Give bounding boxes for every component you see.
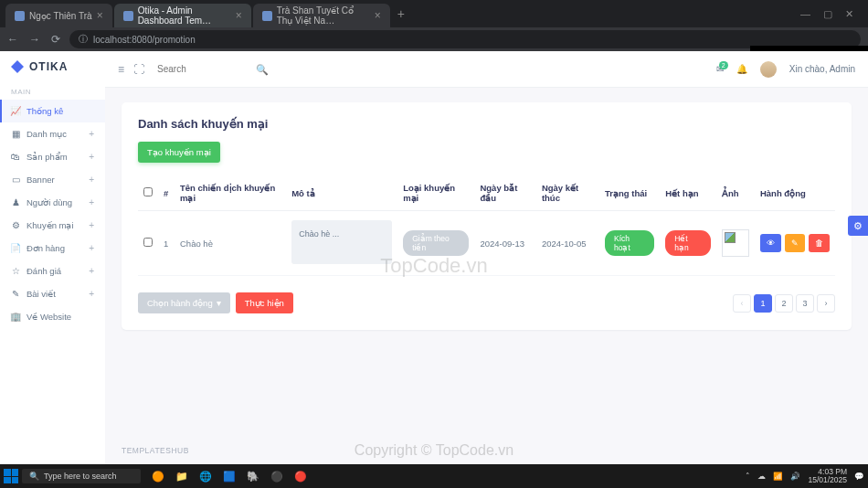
col-status: Trạng thái <box>599 175 660 211</box>
view-button[interactable]: 👁 <box>760 234 781 252</box>
description-input[interactable]: Chào hè ... <box>291 220 392 264</box>
back-icon[interactable]: ← <box>7 33 18 46</box>
create-promotion-button[interactable]: Tạo khuyến mại <box>138 142 220 163</box>
menu-label: Danh mục <box>26 129 67 139</box>
taskbar-app[interactable]: 🐘 <box>243 467 263 485</box>
taskbar-app[interactable]: 🔴 <box>291 467 311 485</box>
col-end: Ngày kết thúc <box>536 175 599 211</box>
browser-tab-active[interactable]: Otika - Admin Dashboard Tem… × <box>114 4 251 27</box>
tab-title: Ngọc Thiên Trà <box>29 11 92 21</box>
menu-label: Khuyến mại <box>26 220 74 230</box>
start-button[interactable] <box>4 469 18 483</box>
menu-label: Đánh giá <box>26 266 61 276</box>
menu-label: Về Website <box>26 312 71 322</box>
chevron-down-icon: ▾ <box>217 298 221 308</box>
bell-icon[interactable]: 🔔 <box>736 64 747 74</box>
avatar[interactable] <box>760 61 777 78</box>
sidebar-item[interactable]: ☆Đánh giá+ <box>0 260 105 282</box>
tray-chevron-icon[interactable]: ˄ <box>746 472 750 481</box>
minimize-icon[interactable]: ― <box>800 8 810 20</box>
tab-bar: Ngọc Thiên Trà × Otika - Admin Dashboard… <box>0 0 868 27</box>
page-1[interactable]: 1 <box>754 294 772 313</box>
cloud-icon[interactable]: ☁ <box>757 472 766 481</box>
mail-button[interactable]: ✉ 2 <box>716 64 724 74</box>
promotion-table: # Tên chiến dịch khuyến mại Mô tả Loại k… <box>138 175 835 276</box>
menu-label: Banner <box>26 175 55 185</box>
page-title: Danh sách khuyến mại <box>138 117 835 131</box>
tab-title: Otika - Admin Dashboard Tem… <box>138 5 231 26</box>
sound-icon[interactable]: 🔊 <box>790 472 800 481</box>
type-badge: Giảm theo tiền <box>403 230 469 256</box>
menu-label: Sản phẩm <box>26 152 68 162</box>
trash-icon: 🗑 <box>815 239 823 248</box>
execute-button[interactable]: Thực hiện <box>236 292 293 313</box>
cell-end: 2024-10-05 <box>536 211 599 276</box>
browser-tab[interactable]: Ngọc Thiên Trà × <box>5 4 112 27</box>
menu-icon: 🏢 <box>11 313 20 322</box>
menu-icon: ⚙ <box>11 221 20 230</box>
url-input[interactable]: ⓘ localhost:8080/promotion <box>69 30 861 48</box>
taskbar-search[interactable]: 🔍 Type here to search <box>22 469 141 483</box>
notifications-icon[interactable]: 💬 <box>854 472 864 481</box>
taskbar-app[interactable]: 📁 <box>172 467 192 485</box>
page-2[interactable]: 2 <box>775 294 793 313</box>
bulk-action-select[interactable]: Chọn hành động ▾ <box>138 292 230 313</box>
topbar: ≡ ⛶ 🔍 ✉ 2 🔔 Xin chào, Admin <box>105 51 868 88</box>
taskbar-app[interactable]: 🟦 <box>219 467 239 485</box>
sidebar-item[interactable]: ▭Banner+ <box>0 168 105 191</box>
card: Danh sách khuyến mại Tạo khuyến mại # Tê… <box>122 102 852 330</box>
sidebar-item[interactable]: 📈Thống kê <box>0 100 105 122</box>
search-wrap: 🔍 <box>153 58 272 80</box>
search-icon: 🔍 <box>29 472 39 481</box>
taskbar-apps: 🟠 📁 🌐 🟦 🐘 ⚫ 🔴 <box>148 467 311 485</box>
sidebar-item[interactable]: 🏢Về Website <box>0 305 105 328</box>
col-start: Ngày bắt đầu <box>474 175 535 211</box>
favicon-icon <box>262 11 272 21</box>
taskbar-app[interactable]: 🌐 <box>196 467 216 485</box>
status-badge[interactable]: Kích hoạt <box>605 230 654 256</box>
brand[interactable]: OTIKA <box>0 51 105 82</box>
delete-button[interactable]: 🗑 <box>809 234 830 252</box>
sidebar-item[interactable]: ♟Người dùng+ <box>0 191 105 214</box>
page-next[interactable]: › <box>817 294 835 313</box>
select-all-checkbox[interactable] <box>143 187 153 196</box>
close-icon[interactable]: × <box>97 9 103 22</box>
close-window-icon[interactable]: ✕ <box>845 8 853 20</box>
settings-knob[interactable]: ⚙ <box>848 216 868 236</box>
wifi-icon[interactable]: 📶 <box>773 472 783 481</box>
close-icon[interactable]: × <box>236 9 242 22</box>
url-text: localhost:8080/promotion <box>93 35 196 45</box>
brand-text: OTIKA <box>29 60 68 73</box>
reload-icon[interactable]: ⟳ <box>51 33 60 46</box>
menu-icon: ✎ <box>11 290 20 299</box>
sidebar-item[interactable]: 📄Đơn hàng+ <box>0 237 105 260</box>
edit-button[interactable]: ✎ <box>785 234 805 252</box>
search-input[interactable] <box>153 58 272 80</box>
clock[interactable]: 4:03 PM 15/01/2025 <box>808 468 847 485</box>
main: ≡ ⛶ 🔍 ✉ 2 🔔 Xin chào, Admin <box>105 51 868 464</box>
close-icon[interactable]: × <box>375 9 381 22</box>
browser-tab[interactable]: Trà Shan Tuyết Cổ Thụ Việt Na… × <box>253 4 390 27</box>
new-tab-button[interactable]: + <box>397 6 405 21</box>
fullscreen-icon[interactable]: ⛶ <box>133 63 144 76</box>
page-3[interactable]: 3 <box>796 294 814 313</box>
menu-icon: ♟ <box>11 198 20 207</box>
sidebar-item[interactable]: ✎Bài viết+ <box>0 282 105 305</box>
sidebar-item[interactable]: ⚙Khuyến mại+ <box>0 214 105 237</box>
greeting-text[interactable]: Xin chào, Admin <box>789 64 855 74</box>
row-checkbox[interactable] <box>143 238 153 247</box>
pagination: ‹ 1 2 3 › <box>733 294 835 313</box>
taskbar-app[interactable]: 🟠 <box>148 467 168 485</box>
gear-icon: ⚙ <box>853 220 863 232</box>
forward-icon[interactable]: → <box>29 33 40 46</box>
page-prev[interactable]: ‹ <box>733 294 751 313</box>
cell-name: Chào hè <box>175 211 286 276</box>
maximize-icon[interactable]: ▢ <box>823 8 832 20</box>
sidebar-item[interactable]: 🛍Sản phẩm+ <box>0 145 105 168</box>
search-icon[interactable]: 🔍 <box>256 63 269 75</box>
sidebar-item[interactable]: ▦Danh mục+ <box>0 122 105 145</box>
expand-icon: + <box>89 129 94 139</box>
taskbar-app[interactable]: ⚫ <box>267 467 287 485</box>
cell-num: 1 <box>158 211 175 276</box>
menu-toggle-icon[interactable]: ≡ <box>118 63 124 76</box>
